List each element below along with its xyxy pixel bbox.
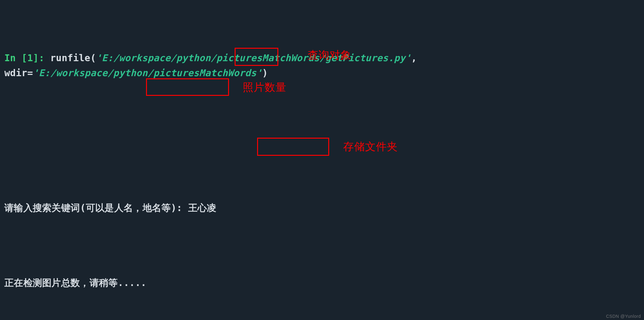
watermark: CSDN @Yunlord <box>606 314 641 319</box>
anno-label-count: 照片数量 <box>243 80 286 95</box>
call-close: ) <box>262 67 268 78</box>
ipython-console: In [1]: runfile('E:/workspace/python/pic… <box>0 0 644 320</box>
keyword-prompt-label: 请输入搜索关键词(可以是人名，地名等): <box>4 202 188 213</box>
script-path-arg: 'E:/workspace/python/picturesMatchWords/… <box>96 52 411 63</box>
detecting-line: 正在检测图片总数，请稍等..... <box>4 275 640 290</box>
arg-separator: , <box>411 52 423 63</box>
runfile-call: runfile( <box>50 52 96 63</box>
wdir-kw: wdir= <box>4 67 33 78</box>
keyword-prompt-line: 请输入搜索关键词(可以是人名，地名等): 王心凌 <box>4 200 640 215</box>
anno-box-count <box>146 78 229 96</box>
code-cell: In [1]: runfile('E:/workspace/python/pic… <box>4 51 640 81</box>
anno-label-folder: 存储文件夹 <box>343 139 398 154</box>
wdir-path-arg: 'E:/workspace/python/picturesMatchWords' <box>33 67 262 78</box>
prompt-in: In [1]: <box>4 52 50 63</box>
keyword-input-value: 王心凌 <box>188 202 217 213</box>
anno-box-folder <box>257 138 329 156</box>
blank-line <box>4 126 640 140</box>
